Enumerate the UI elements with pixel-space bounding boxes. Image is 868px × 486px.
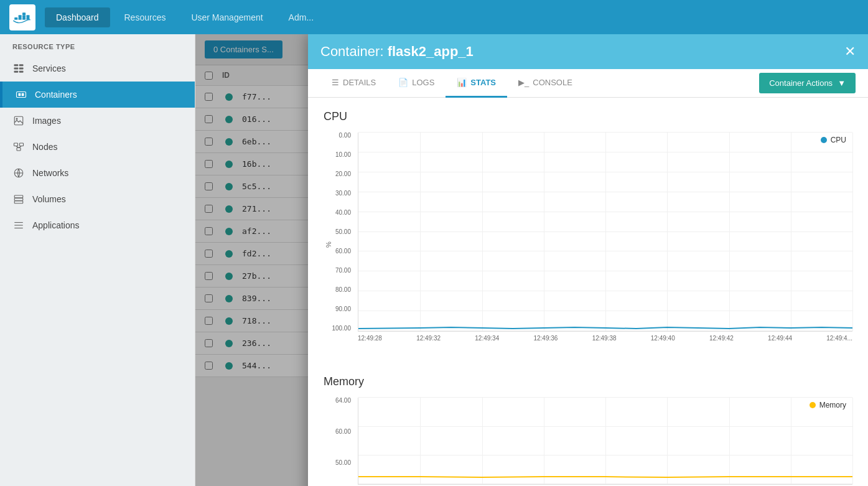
y-label-9: 10.00 [324, 152, 355, 158]
x-label-5: 12:49:40 [651, 335, 675, 342]
svg-rect-11 [19, 64, 24, 66]
y-label-1: 90.00 [324, 306, 355, 312]
svg-rect-27 [14, 199, 23, 201]
stats-icon: 📊 [457, 78, 467, 87]
top-navigation: Dashboard Resources User Management Adm.… [0, 0, 868, 34]
modal-header: Container: flask2_app_1 ✕ [308, 34, 868, 69]
y-label-6: 40.00 [324, 210, 355, 216]
mem-y-label-1: 50.00 [324, 460, 355, 466]
sidebar-item-containers[interactable]: Containers [0, 82, 195, 108]
modal-tabs: ☰ DETAILS 📄 LOGS 📊 STATS ▶_ CONSOLE [308, 69, 868, 98]
main-layout: RESOURCE TYPE Services Containers Images… [0, 34, 868, 486]
images-icon [12, 114, 25, 127]
tab-stats[interactable]: 📊 STATS [446, 69, 507, 98]
svg-rect-8 [14, 64, 19, 66]
modal-container-name: flask2_app_1 [388, 44, 474, 59]
svg-rect-17 [14, 116, 23, 125]
nodes-icon [12, 141, 25, 153]
x-label-1: 12:49:32 [416, 335, 441, 342]
app-logo[interactable] [9, 4, 35, 30]
dropdown-chevron-icon: ▼ [838, 78, 846, 88]
svg-rect-12 [19, 68, 24, 70]
y-label-3: 70.00 [324, 268, 355, 274]
svg-rect-10 [14, 71, 19, 73]
cpu-y-axis: 100.00 90.00 80.00 70.00 60.00 50.00 40.… [324, 133, 355, 332]
svg-rect-13 [19, 71, 24, 73]
y-label-7: 30.00 [324, 190, 355, 197]
memory-chart-title: Memory [324, 375, 852, 388]
tab-console[interactable]: ▶_ CONSOLE [507, 69, 584, 98]
console-icon: ▶_ [518, 78, 529, 87]
modal-close-button[interactable]: ✕ [844, 45, 856, 58]
svg-rect-26 [14, 195, 23, 198]
details-icon: ☰ [332, 78, 339, 87]
sidebar-item-networks[interactable]: Networks [0, 160, 195, 186]
memory-chart-area [358, 398, 852, 485]
sidebar-item-nodes[interactable]: Nodes [0, 134, 195, 160]
sidebar-item-images-label: Images [32, 116, 61, 126]
content-area: 0 Containers S... ID f77... 016... 6eb..… [195, 34, 868, 486]
sidebar-item-networks-label: Networks [32, 168, 68, 178]
memory-y-axis: 40.00 50.00 60.00 64.00 [324, 398, 355, 486]
containers-icon [15, 88, 27, 101]
nav-tab-resources[interactable]: Resources [113, 7, 177, 27]
svg-rect-16 [22, 93, 24, 96]
svg-point-18 [16, 118, 18, 120]
nav-tab-adm[interactable]: Adm... [278, 7, 325, 27]
networks-icon [12, 167, 25, 179]
sidebar-item-containers-label: Containers [35, 90, 77, 100]
cpu-chart-title: CPU [324, 110, 852, 123]
tab-logs[interactable]: 📄 LOGS [387, 69, 446, 98]
y-label-8: 20.00 [324, 171, 355, 177]
memory-chart-svg [358, 398, 852, 484]
svg-rect-20 [20, 143, 24, 146]
sidebar-item-images[interactable]: Images [0, 108, 195, 134]
nav-tab-user-management[interactable]: User Management [180, 7, 274, 27]
x-label-7: 12:49:44 [768, 335, 792, 342]
svg-rect-15 [19, 93, 21, 96]
services-icon [12, 62, 25, 75]
sidebar-section-title: RESOURCE TYPE [0, 34, 195, 55]
svg-rect-3 [22, 12, 26, 15]
modal-body[interactable]: CPU CPU 100.00 90.00 80.00 [308, 98, 868, 486]
sidebar: RESOURCE TYPE Services Containers Images… [0, 34, 195, 486]
sidebar-item-volumes[interactable]: Volumes [0, 186, 195, 212]
svg-rect-6 [26, 15, 29, 17]
cpu-chart-svg [358, 133, 852, 331]
svg-rect-19 [14, 143, 18, 146]
sidebar-item-applications-label: Applications [32, 220, 80, 230]
svg-rect-1 [19, 15, 22, 17]
x-label-2: 12:49:34 [475, 335, 499, 342]
cpu-chart-section: CPU CPU 100.00 90.00 80.00 [324, 110, 852, 357]
y-label-10: 0.00 [324, 133, 355, 139]
x-label-6: 12:49:42 [709, 335, 734, 342]
modal-title: Container: flask2_app_1 [320, 44, 474, 60]
x-label-0: 12:49:28 [358, 335, 382, 342]
cpu-x-axis: 12:49:28 12:49:32 12:49:34 12:49:36 12:4… [358, 332, 852, 342]
tab-details[interactable]: ☰ DETAILS [320, 69, 387, 98]
y-label-0: 100.00 [324, 325, 355, 332]
logs-icon: 📄 [398, 78, 408, 87]
svg-rect-5 [22, 17, 26, 20]
cpu-chart-area [358, 133, 852, 332]
sidebar-item-applications[interactable]: Applications [0, 212, 195, 238]
sidebar-item-volumes-label: Volumes [32, 194, 66, 204]
sidebar-item-services[interactable]: Services [0, 55, 195, 82]
nav-tab-dashboard[interactable]: Dashboard [45, 7, 110, 27]
svg-rect-9 [14, 68, 19, 70]
cpu-chart-container: CPU 100.00 90.00 80.00 70.00 60.00 50.00… [324, 133, 852, 357]
svg-rect-21 [17, 148, 21, 151]
svg-rect-28 [14, 201, 23, 203]
container-actions-button[interactable]: Container Actions ▼ [759, 73, 856, 93]
x-label-4: 12:49:38 [592, 335, 617, 342]
svg-rect-2 [19, 17, 22, 20]
sidebar-item-nodes-label: Nodes [32, 142, 57, 152]
x-label-8: 12:49:4... [826, 335, 852, 342]
svg-rect-0 [14, 17, 17, 20]
memory-chart-container: Memory 40.00 50.00 60.00 64.00 [324, 398, 852, 486]
svg-rect-14 [17, 92, 26, 98]
y-axis-unit: % [325, 241, 332, 248]
mem-y-label-2: 60.00 [324, 429, 355, 435]
x-label-3: 12:49:36 [533, 335, 558, 342]
y-label-2: 80.00 [324, 287, 355, 293]
